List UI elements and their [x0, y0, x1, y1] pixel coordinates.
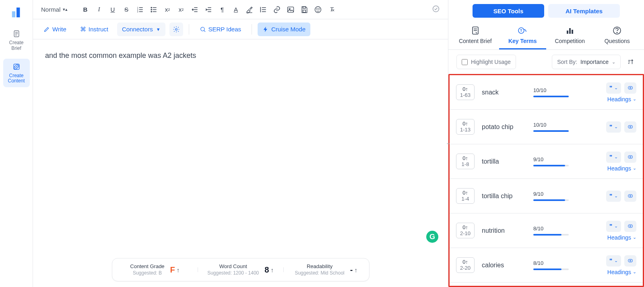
view-term-button[interactable] — [624, 152, 636, 163]
ordered-list-icon[interactable]: 123 — [136, 6, 144, 14]
sort-by-select[interactable]: Sort By: Importance ⌄ — [552, 55, 621, 69]
grammarly-icon[interactable]: G — [426, 231, 438, 243]
content-brief-tab[interactable]: Content Brief — [452, 23, 499, 49]
insert-term-button[interactable]: ❞ ⌄ — [606, 191, 621, 202]
superscript-icon[interactable]: x2 — [177, 6, 185, 14]
svg-rect-65 — [628, 259, 633, 262]
quote-icon[interactable] — [259, 6, 267, 14]
term-score: 9/10 — [533, 191, 574, 201]
usage-badge[interactable]: 0↑ 1-63 — [456, 84, 475, 100]
view-term-button[interactable] — [624, 121, 636, 133]
insert-term-button[interactable]: ❞ ⌄ — [606, 121, 621, 133]
paragraph-direction-icon[interactable]: ¶ — [218, 6, 226, 14]
subscript-icon[interactable]: x2 — [163, 6, 171, 14]
text-color-icon[interactable]: A — [232, 6, 240, 14]
action-toolbar: Write ⌘ Instruct Connectors ▼ SERP Ideas — [33, 19, 448, 39]
insert-term-button[interactable]: ❞ ⌄ — [606, 152, 621, 163]
ai-templates-tab[interactable]: AI Templates — [548, 4, 620, 18]
svg-point-64 — [630, 225, 631, 226]
headings-link[interactable]: Headings ⌄ — [607, 269, 636, 275]
headings-link[interactable]: Headings ⌄ — [607, 96, 636, 102]
section-tabs: Content Brief T Key Terms Competition Qu… — [448, 21, 644, 50]
view-term-button[interactable] — [624, 255, 636, 266]
write-button[interactable]: Write — [39, 23, 71, 36]
insert-term-button[interactable]: ❞ ⌄ — [606, 255, 621, 266]
insert-term-button[interactable]: ❞ ⌄ — [606, 82, 621, 94]
usage-badge[interactable]: 0↑ 1-4 — [456, 188, 475, 204]
readability-stat[interactable]: Readability Suggested: Mid School - ↑ — [283, 263, 369, 276]
terms-list: 0↑ 1-63 snack 10/10 ❞ ⌄ Headings ⌄ — [448, 74, 644, 287]
save-icon[interactable] — [300, 6, 308, 14]
settings-button[interactable] — [169, 23, 183, 36]
format-toolbar: Normal ▾▴ B I U S 123 x2 x2 — [33, 0, 448, 19]
clear-format-icon[interactable]: T✕ — [328, 6, 336, 14]
divider — [252, 24, 252, 35]
cruise-mode-button[interactable]: Cruise Mode — [258, 23, 310, 36]
term-name[interactable]: tortilla chip — [482, 193, 526, 200]
chevron-down-icon: ⌄ — [612, 59, 615, 65]
svg-text:T: T — [520, 29, 522, 33]
term-name[interactable]: snack — [482, 89, 526, 96]
score-value: 10/10 — [533, 122, 574, 128]
emoji-icon[interactable] — [314, 6, 322, 14]
headings-link[interactable]: Headings ⌄ — [607, 234, 636, 241]
highlight-color-icon[interactable] — [246, 6, 254, 14]
underline-icon[interactable]: U — [109, 6, 117, 14]
insert-term-button[interactable]: ❞ ⌄ — [606, 221, 621, 232]
readability-value: - — [350, 265, 353, 275]
create-brief-button[interactable]: Create Brief — [3, 26, 30, 55]
usage-badge[interactable]: 0↑ 2-10 — [456, 223, 475, 239]
view-term-button[interactable] — [624, 191, 636, 202]
key-terms-tab[interactable]: T Key Terms — [499, 23, 547, 49]
paragraph-style-select[interactable]: Normal ▾▴ — [41, 6, 77, 13]
word-count-stat[interactable]: Word Count Suggested: 1200 - 1400 8 ↑ — [198, 263, 283, 276]
term-name[interactable]: nutrition — [482, 227, 526, 234]
arrow-up-icon: ↑ — [354, 266, 357, 273]
quote-icon: ❞ — [609, 85, 613, 91]
svg-rect-32 — [303, 6, 306, 8]
outdent-icon[interactable] — [191, 6, 199, 14]
usage-badge[interactable]: 0↑ 2-20 — [456, 257, 475, 273]
strikethrough-icon[interactable]: S — [122, 6, 130, 14]
highlight-usage-checkbox[interactable] — [462, 59, 468, 65]
indent-icon[interactable] — [204, 6, 213, 14]
highlight-usage-toggle[interactable]: Highlight Usage — [456, 55, 516, 69]
svg-rect-1 — [17, 8, 20, 17]
bold-icon[interactable]: B — [81, 6, 89, 14]
svg-rect-61 — [628, 194, 633, 197]
stats-bar: Content Grade Suggested: B F ↑ Word Coun… — [112, 258, 369, 281]
quote-icon: ❞ — [609, 154, 613, 160]
term-score: 9/10 — [533, 156, 574, 166]
link-icon[interactable] — [273, 6, 281, 14]
instruct-button[interactable]: ⌘ Instruct — [75, 23, 113, 36]
editor-body[interactable]: and the most common example was A2 jacke… — [33, 39, 448, 287]
seo-tools-tab[interactable]: SEO Tools — [473, 4, 544, 18]
left-rail: Create Brief Create Content — [0, 0, 33, 287]
content-grade-stat[interactable]: Content Grade Suggested: B F ↑ — [112, 263, 198, 276]
word-count-title: Word Count — [219, 263, 247, 270]
usage-badge[interactable]: 0↑ 1-13 — [456, 119, 475, 135]
sort-direction-button[interactable] — [625, 55, 636, 69]
chevron-down-icon: ⌄ — [633, 269, 636, 275]
usage-badge[interactable]: 0↑ 1-8 — [456, 154, 475, 170]
competition-tab[interactable]: Competition — [546, 23, 594, 49]
term-name[interactable]: tortilla — [482, 158, 526, 165]
term-name[interactable]: potato chip — [482, 123, 526, 131]
check-icon[interactable] — [432, 5, 440, 14]
image-icon[interactable] — [287, 6, 295, 14]
term-name[interactable]: calories — [482, 262, 526, 269]
view-term-button[interactable] — [624, 221, 636, 232]
term-actions: ❞ ⌄ Headings ⌄ — [606, 221, 636, 241]
connectors-button[interactable]: Connectors ▼ — [117, 23, 165, 36]
svg-point-16 — [151, 7, 152, 8]
headings-label: Headings — [607, 234, 631, 241]
view-term-button[interactable] — [624, 82, 636, 94]
create-content-button[interactable]: Create Content — [3, 59, 30, 88]
unordered-list-icon[interactable] — [150, 6, 158, 14]
headings-link[interactable]: Headings ⌄ — [607, 165, 636, 172]
italic-icon[interactable]: I — [95, 6, 103, 14]
questions-tab[interactable]: Questions — [594, 23, 641, 49]
svg-point-18 — [151, 11, 152, 12]
serp-ideas-button[interactable]: SERP Ideas — [195, 23, 246, 36]
usage-count: 0↑ — [462, 156, 468, 162]
